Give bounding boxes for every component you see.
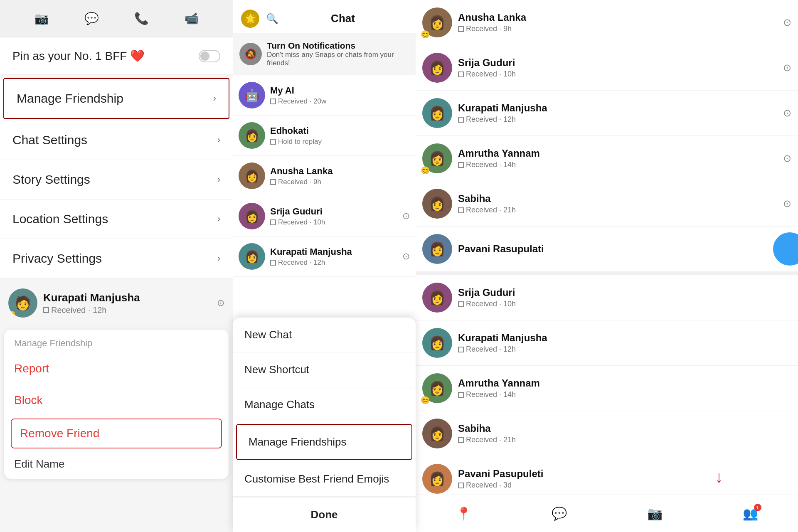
settings-item-story[interactable]: Story Settings › bbox=[0, 160, 233, 200]
right-name-kurapati: Kurapati Manjusha bbox=[458, 102, 783, 114]
right-chat-list: 👩 😊 Anusha Lanka Received · 9h ⊙ 👩 Srija… bbox=[416, 0, 798, 502]
right-row-pavani-partial[interactable]: 👩 Pavani Rasupulati bbox=[416, 227, 798, 272]
nav-location-icon[interactable]: 📍 bbox=[456, 506, 471, 521]
video-icon[interactable]: 📹 bbox=[181, 8, 202, 29]
privacy-settings-label: Privacy Settings bbox=[12, 251, 102, 266]
status-box-r-pavani bbox=[458, 483, 464, 488]
chat-row-kurapati-mid[interactable]: 👩 Kurapati Manjusha Received · 12h ⊙ bbox=[233, 236, 416, 277]
right-row-srija[interactable]: 👩 Srija Guduri Received · 10h ⊙ bbox=[416, 45, 798, 91]
nav-camera-icon[interactable]: 📷 bbox=[647, 506, 663, 521]
chat-name-anusha-mid: Anusha Lanka bbox=[270, 166, 410, 177]
status-text-anusha: Received · 9h bbox=[278, 178, 321, 186]
status-box-myai bbox=[270, 99, 276, 104]
chat-icon[interactable]: 💬 bbox=[81, 8, 102, 29]
right-row-srija2[interactable]: 👩 Srija Guduri Received · 10h bbox=[416, 275, 798, 320]
chat-status-kurapati: Received · 12h bbox=[43, 305, 217, 315]
remove-friend-button[interactable]: Remove Friend bbox=[11, 419, 222, 448]
chat-row-myai[interactable]: 🤖 My AI Received · 20w bbox=[233, 75, 416, 116]
chevron-icon-4: › bbox=[217, 253, 220, 264]
status-box-kurapati-mid bbox=[270, 260, 276, 266]
chat-info-kurapati: Kurapati Manjusha Received · 12h bbox=[43, 291, 217, 315]
manage-chats-button[interactable]: Manage Chats bbox=[233, 387, 416, 422]
right-cam-sabiha[interactable]: ⊙ bbox=[783, 198, 791, 209]
chat-info-anusha: Anusha Lanka Received · 9h bbox=[270, 166, 410, 186]
right-status-sabiha: Received · 21h bbox=[458, 206, 783, 214]
right-row-kurapati[interactable]: 👩 Kurapati Manjusha Received · 12h ⊙ bbox=[416, 91, 798, 136]
chat-row-anusha[interactable]: 👩 Anusha Lanka Received · 9h bbox=[233, 156, 416, 196]
right-name-pavani: Pavani Pasupuleti bbox=[458, 468, 791, 480]
chat-header: 🌟 🔍 Chat bbox=[233, 0, 416, 33]
settings-item-chat[interactable]: Chat Settings › bbox=[0, 121, 233, 160]
status-text-kurapati-mid: Received · 12h bbox=[278, 259, 325, 267]
status-text-myai: Received · 20w bbox=[278, 97, 326, 106]
right-row-amrutha[interactable]: 👩 😊 Amrutha Yannam Received · 14h ⊙ bbox=[416, 136, 798, 181]
manage-friendships-button[interactable]: Manage Friendships bbox=[236, 424, 412, 460]
chat-settings-label: Chat Settings bbox=[12, 133, 87, 147]
status-text-r-pavani: Received · 3d bbox=[466, 481, 512, 490]
chat-row-srija[interactable]: 👩 Srija Guduri Received · 10h ⊙ bbox=[233, 196, 416, 236]
right-info-srija: Srija Guduri Received · 10h bbox=[458, 57, 783, 79]
bottom-nav-right: 📍 💬 📷 👥 1 bbox=[416, 495, 798, 532]
right-name-anusha: Anusha Lanka bbox=[458, 12, 783, 23]
chat-item-kurapati[interactable]: 🧑 😊 Kurapati Manjusha Received · 12h ⊙ bbox=[0, 280, 233, 326]
middle-panel: 🌟 🔍 Chat 🔕 Turn On Notifications Don't m… bbox=[233, 0, 416, 532]
settings-list: Manage Friendship › Chat Settings › Stor… bbox=[0, 78, 233, 278]
camera-icon[interactable]: 📷 bbox=[31, 8, 52, 29]
right-status-amrutha: Received · 14h bbox=[458, 160, 783, 169]
done-button[interactable]: Done bbox=[233, 497, 416, 532]
camera-icon-srija[interactable]: ⊙ bbox=[402, 211, 410, 222]
right-cam-srija[interactable]: ⊙ bbox=[783, 62, 791, 74]
right-cam-kurapati[interactable]: ⊙ bbox=[783, 107, 791, 119]
nav-friends-icon[interactable]: 👥 1 bbox=[743, 506, 758, 521]
right-cam-amrutha[interactable]: ⊙ bbox=[783, 153, 791, 164]
right-info-pavani-partial: Pavani Rasupulati bbox=[458, 243, 791, 255]
status-text-r-kurapati2: Received · 12h bbox=[466, 345, 516, 354]
status-text-edhokati: Hold to replay bbox=[278, 138, 322, 146]
pin-bff-row[interactable]: Pin as your No. 1 BFF ❤️ bbox=[0, 37, 233, 75]
right-row-sabiha2[interactable]: 👩 Sabiha Received · 21h bbox=[416, 411, 798, 456]
status-text-r-anusha: Received · 9h bbox=[466, 25, 512, 33]
right-avatar-pavani: 👩 bbox=[422, 464, 452, 494]
settings-item-location[interactable]: Location Settings › bbox=[0, 200, 233, 239]
status-box-r-kurapati2 bbox=[458, 347, 464, 352]
chat-name-kurapati: Kurapati Manjusha bbox=[43, 291, 217, 304]
chat-row-edhokati[interactable]: 👩 Edhokati Hold to replay bbox=[233, 116, 416, 156]
avatar-edhokati: 👩 bbox=[239, 122, 265, 149]
search-icon[interactable]: 🔍 bbox=[266, 13, 278, 25]
new-shortcut-button[interactable]: New Shortcut bbox=[233, 352, 416, 387]
right-name-amrutha: Amrutha Yannam bbox=[458, 148, 783, 159]
section-divider bbox=[416, 272, 798, 275]
report-button[interactable]: Report bbox=[4, 353, 229, 384]
customise-emojis-button[interactable]: Customise Best Friend Emojis bbox=[233, 462, 416, 497]
chat-status-kurapati-mid: Received · 12h bbox=[270, 259, 402, 267]
nav-chat-icon-active[interactable]: 💬 bbox=[552, 506, 567, 521]
status-box-r-amrutha2 bbox=[458, 392, 464, 398]
camera-icon-kurapati[interactable]: ⊙ bbox=[217, 298, 224, 308]
settings-item-privacy[interactable]: Privacy Settings › bbox=[0, 239, 233, 278]
new-chat-button[interactable]: New Chat bbox=[233, 318, 416, 352]
pin-bff-toggle[interactable] bbox=[199, 50, 220, 62]
right-status-srija: Received · 10h bbox=[458, 70, 783, 79]
status-text-r-srija2: Received · 10h bbox=[466, 300, 516, 308]
status-text-srija: Received · 10h bbox=[278, 218, 325, 227]
right-info-anusha: Anusha Lanka Received · 9h bbox=[458, 12, 783, 33]
edit-name-label[interactable]: Edit Name bbox=[4, 451, 229, 479]
chevron-icon-1: › bbox=[217, 135, 220, 145]
story-settings-label: Story Settings bbox=[12, 172, 90, 187]
location-settings-label: Location Settings bbox=[12, 212, 108, 226]
camera-icon-kurapati-mid[interactable]: ⊙ bbox=[402, 251, 410, 262]
right-row-amrutha2[interactable]: 👩 😊 Amrutha Yannam Received · 14h bbox=[416, 366, 798, 411]
right-name-amrutha2: Amrutha Yannam bbox=[458, 377, 791, 389]
chevron-icon-3: › bbox=[217, 214, 220, 224]
settings-item-manage-friendship[interactable]: Manage Friendship › bbox=[3, 78, 229, 119]
pin-bff-label: Pin as your No. 1 BFF ❤️ bbox=[12, 49, 145, 63]
phone-icon[interactable]: 📞 bbox=[131, 8, 152, 29]
right-row-anusha[interactable]: 👩 😊 Anusha Lanka Received · 9h ⊙ bbox=[416, 0, 798, 45]
right-row-sabiha[interactable]: 👩 Sabiha Received · 21h ⊙ bbox=[416, 181, 798, 227]
right-cam-anusha[interactable]: ⊙ bbox=[783, 17, 791, 28]
right-row-kurapati2[interactable]: 👩 Kurapati Manjusha Received · 12h bbox=[416, 320, 798, 366]
right-emoji-amrutha2: 😊 bbox=[421, 396, 430, 405]
block-button[interactable]: Block bbox=[4, 384, 229, 416]
profile-avatar[interactable]: 🌟 bbox=[241, 10, 259, 28]
notification-banner[interactable]: 🔕 Turn On Notifications Don't miss any S… bbox=[233, 33, 416, 75]
